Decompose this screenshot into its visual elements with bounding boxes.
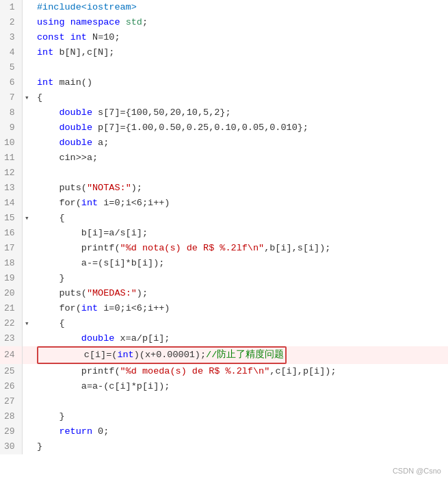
fold-arrow xyxy=(22,15,31,30)
table-row: 1#include<iostream> xyxy=(0,0,448,15)
code-line: using namespace std; xyxy=(31,15,448,30)
code-line: int main() xyxy=(31,75,448,90)
table-row: 29 return 0; xyxy=(0,424,448,439)
fold-arrow[interactable]: ▾ xyxy=(22,211,31,226)
code-line: int b[N],c[N]; xyxy=(31,45,448,60)
code-line: c[i]=(int)(x+0.00001);//防止了精度问题 xyxy=(31,346,448,364)
table-row: 13 puts("NOTAS:"); xyxy=(0,181,448,196)
line-number: 6 xyxy=(0,75,22,90)
table-row: 9 double p[7]={1.00,0.50,0.25,0.10,0.05,… xyxy=(0,120,448,135)
table-row: 24 c[i]=(int)(x+0.00001);//防止了精度问题 xyxy=(0,346,448,364)
code-line: double x=a/p[i]; xyxy=(31,331,448,346)
table-row: 12 xyxy=(0,166,448,181)
fold-arrow xyxy=(22,181,31,196)
line-number: 19 xyxy=(0,271,22,286)
table-row: 2using namespace std; xyxy=(0,15,448,30)
line-number: 26 xyxy=(0,379,22,394)
code-line: return 0; xyxy=(31,424,448,439)
table-row: 8 double s[7]={100,50,20,10,5,2}; xyxy=(0,105,448,120)
fold-arrow xyxy=(22,60,31,75)
fold-arrow xyxy=(22,331,31,346)
fold-arrow xyxy=(22,379,31,394)
code-line xyxy=(31,394,448,409)
line-number: 25 xyxy=(0,364,22,379)
line-number: 16 xyxy=(0,226,22,241)
line-number: 3 xyxy=(0,30,22,45)
fold-arrow xyxy=(22,256,31,271)
table-row: 17 printf("%d nota(s) de R$ %.2lf\n",b[i… xyxy=(0,241,448,256)
table-row: 25 printf("%d moeda(s) de R$ %.2lf\n",c[… xyxy=(0,364,448,379)
fold-arrow xyxy=(22,135,31,151)
fold-arrow[interactable]: ▾ xyxy=(22,90,31,105)
line-number: 18 xyxy=(0,256,22,271)
line-number: 8 xyxy=(0,105,22,120)
line-number: 28 xyxy=(0,409,22,424)
code-line: double s[7]={100,50,20,10,5,2}; xyxy=(31,105,448,120)
line-number: 29 xyxy=(0,424,22,439)
fold-arrow xyxy=(22,120,31,135)
code-line: a-=(s[i]*b[i]); xyxy=(31,256,448,271)
fold-arrow xyxy=(22,424,31,439)
fold-arrow xyxy=(22,45,31,60)
line-number: 7 xyxy=(0,90,22,105)
table-row: 18 a-=(s[i]*b[i]); xyxy=(0,256,448,271)
code-line: { xyxy=(31,316,448,331)
fold-arrow xyxy=(22,105,31,120)
code-line: } xyxy=(31,439,448,454)
table-row: 5 xyxy=(0,60,448,75)
table-row: 26 a=a-(c[i]*p[i]); xyxy=(0,379,448,394)
code-line xyxy=(31,166,448,181)
fold-arrow xyxy=(22,364,31,379)
table-row: 11 cin>>a; xyxy=(0,151,448,166)
line-number: 23 xyxy=(0,331,22,346)
code-line: b[i]=a/s[i]; xyxy=(31,226,448,241)
fold-arrow xyxy=(22,226,31,241)
line-number: 15 xyxy=(0,211,22,226)
table-row: 22▾ { xyxy=(0,316,448,331)
line-number: 27 xyxy=(0,394,22,409)
highlighted-code: c[i]=(int)(x+0.00001);//防止了精度问题 xyxy=(37,346,287,364)
fold-arrow xyxy=(22,346,31,364)
line-number: 10 xyxy=(0,135,22,151)
fold-arrow xyxy=(22,394,31,409)
code-line xyxy=(31,60,448,75)
table-row: 15▾ { xyxy=(0,211,448,226)
code-container: 1#include<iostream>2using namespace std;… xyxy=(0,0,448,479)
fold-arrow[interactable]: ▾ xyxy=(22,316,31,331)
table-row: 3const int N=10; xyxy=(0,30,448,45)
table-row: 6int main() xyxy=(0,75,448,90)
code-line: } xyxy=(31,409,448,424)
line-number: 21 xyxy=(0,301,22,316)
code-line: { xyxy=(31,90,448,105)
fold-arrow xyxy=(22,271,31,286)
code-line: double p[7]={1.00,0.50,0.25,0.10,0.05,0.… xyxy=(31,120,448,135)
table-row: 7▾{ xyxy=(0,90,448,105)
fold-arrow xyxy=(22,30,31,45)
line-number: 30 xyxy=(0,439,22,454)
code-line: cin>>a; xyxy=(31,151,448,166)
fold-arrow xyxy=(22,409,31,424)
line-number: 1 xyxy=(0,0,22,15)
fold-arrow xyxy=(22,301,31,316)
code-line: for(int i=0;i<6;i++) xyxy=(31,196,448,211)
table-row: 21 for(int i=0;i<6;i++) xyxy=(0,301,448,316)
watermark: CSDN @Csno xyxy=(393,467,441,475)
code-line: for(int i=0;i<6;i++) xyxy=(31,301,448,316)
table-row: 28 } xyxy=(0,409,448,424)
line-number: 5 xyxy=(0,60,22,75)
fold-arrow xyxy=(22,166,31,181)
table-row: 30} xyxy=(0,439,448,454)
line-number: 17 xyxy=(0,241,22,256)
fold-arrow xyxy=(22,241,31,256)
line-number: 20 xyxy=(0,286,22,301)
line-number: 14 xyxy=(0,196,22,211)
line-number: 22 xyxy=(0,316,22,331)
line-number: 13 xyxy=(0,181,22,196)
table-row: 19 } xyxy=(0,271,448,286)
code-line: #include<iostream> xyxy=(31,0,448,15)
code-line: printf("%d nota(s) de R$ %.2lf\n",b[i],s… xyxy=(31,241,448,256)
fold-arrow xyxy=(22,0,31,15)
line-number: 24 xyxy=(0,346,22,364)
fold-arrow xyxy=(22,439,31,454)
table-row: 23 double x=a/p[i]; xyxy=(0,331,448,346)
